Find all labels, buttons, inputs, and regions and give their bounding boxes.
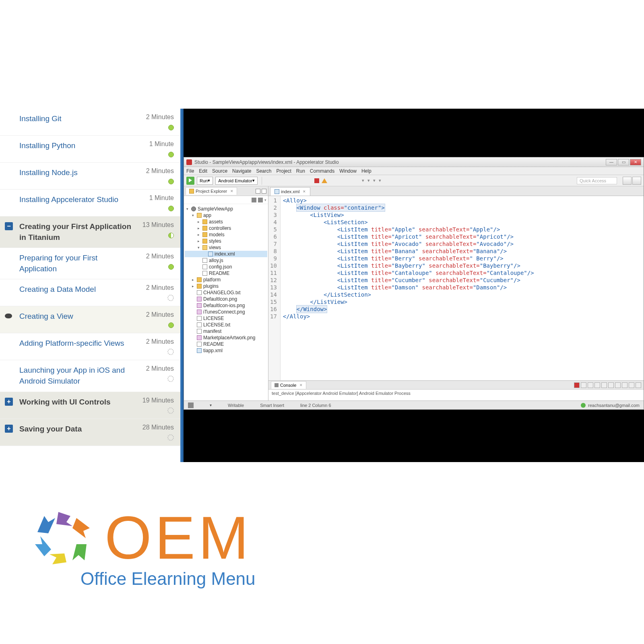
code-editor[interactable]: 1234567891011121314151617 <Alloy> <Windo… [268, 196, 644, 380]
expand-icon[interactable]: + [5, 425, 13, 433]
file-icon [202, 264, 207, 269]
menu-search[interactable]: Search [256, 168, 271, 174]
pin-console-icon[interactable] [608, 382, 614, 388]
menu-commands[interactable]: Commands [310, 168, 334, 174]
run-target-dropdown[interactable]: Android Emulator ▾ [215, 177, 258, 185]
menu-run[interactable]: Run [296, 168, 305, 174]
tree-item[interactable]: README [185, 270, 267, 277]
course-lesson[interactable]: Preparing for your First Application2 Mi… [0, 248, 180, 279]
minimize-panel-icon[interactable] [256, 189, 260, 194]
run-button[interactable] [186, 177, 194, 185]
perspective-button[interactable] [623, 177, 632, 185]
tree-item[interactable]: manifest [185, 328, 267, 334]
course-navigation-sidebar: Installing Git2 MinutesInstalling Python… [0, 109, 180, 462]
course-lesson[interactable]: Creating a View2 Minutes [0, 306, 180, 333]
tree-item[interactable]: config.json [185, 264, 267, 270]
minimize-icon[interactable] [629, 382, 634, 388]
tree-item[interactable]: ▾SampleViewApp [185, 206, 267, 212]
toolbar-dropdown-icon[interactable]: ▾ [367, 178, 370, 183]
arrows-circle-icon [28, 504, 97, 572]
maximize-icon[interactable] [636, 382, 641, 388]
perspective-button[interactable] [632, 177, 641, 185]
tree-item[interactable]: DefaultIcon-ios.png [185, 302, 267, 309]
stop-icon[interactable] [314, 178, 319, 183]
tree-item[interactable]: index.xml [185, 251, 267, 257]
scroll-lock-icon[interactable] [601, 382, 607, 388]
course-lesson[interactable]: Adding Platform-specific Views2 Minutes [0, 333, 180, 360]
lesson-title[interactable]: Saving your Data [19, 424, 134, 435]
console-tab[interactable]: Console ✕ [271, 381, 306, 389]
open-console-icon[interactable] [622, 382, 627, 388]
tree-item[interactable]: alloy.js [185, 257, 267, 264]
expand-icon[interactable]: + [5, 398, 13, 406]
toolbar-dropdown-icon[interactable]: ▾ [379, 178, 381, 183]
tree-item[interactable]: README [185, 341, 267, 347]
tree-item[interactable]: ▸platform [185, 277, 267, 283]
tree-item[interactable]: ▸assets [185, 219, 267, 225]
lesson-title[interactable]: Creating a View [19, 311, 134, 322]
link-editor-icon[interactable] [258, 198, 263, 202]
run-mode-dropdown[interactable]: Run ▾ [197, 177, 213, 185]
collapse-icon[interactable]: − [5, 222, 13, 230]
lesson-title[interactable]: Installing Python [19, 140, 134, 151]
remove-all-icon[interactable] [588, 382, 593, 388]
tree-item[interactable]: ▸controllers [185, 225, 267, 231]
course-lesson[interactable]: Installing Node.js2 Minutes [0, 163, 180, 190]
tree-item[interactable]: LICENSE.txt [185, 322, 267, 328]
menu-file[interactable]: File [186, 168, 194, 174]
project-explorer-tab[interactable]: Project Explorer ✕ [186, 187, 237, 195]
tree-item[interactable]: LICENSE [185, 315, 267, 322]
quick-access-input[interactable]: Quick Access [577, 177, 617, 184]
course-section[interactable]: +Saving your Data28 Minutes [0, 419, 180, 446]
lesson-title[interactable]: Installing Appcelerator Studio [19, 194, 134, 205]
course-section[interactable]: −Creating your First Application in Tita… [0, 217, 180, 248]
editor-tab-index-xml[interactable]: index.xml ✕ [270, 187, 310, 196]
tree-item[interactable]: ▾app [185, 212, 267, 219]
lesson-title[interactable]: Installing Node.js [19, 167, 134, 178]
course-lesson[interactable]: Installing Appcelerator Studio1 Minute [0, 190, 180, 217]
minimize-button[interactable]: — [606, 159, 617, 165]
maximize-panel-icon[interactable] [262, 189, 266, 194]
collapse-all-icon[interactable] [252, 198, 256, 202]
menu-window[interactable]: Window [339, 168, 357, 174]
lesson-title[interactable]: Creating your First Application in Titan… [19, 221, 134, 243]
warning-icon[interactable] [322, 178, 327, 183]
tree-item[interactable]: ▸styles [185, 238, 267, 244]
clear-console-icon[interactable] [594, 382, 600, 388]
menu-help[interactable]: Help [361, 168, 372, 174]
lesson-title[interactable]: Installing Git [19, 114, 134, 124]
course-lesson[interactable]: Installing Git2 Minutes [0, 109, 180, 136]
menu-source[interactable]: Source [212, 168, 227, 174]
menu-project[interactable]: Project [276, 168, 291, 174]
course-lesson[interactable]: Installing Python1 Minute [0, 136, 180, 163]
course-section[interactable]: +Working with UI Controls19 Minutes [0, 392, 180, 419]
tree-item[interactable]: DefaultIcon.png [185, 296, 267, 302]
display-selected-icon[interactable] [615, 382, 621, 388]
tree-item[interactable]: MarketplaceArtwork.png [185, 334, 267, 341]
tree-item[interactable]: tiapp.xml [185, 347, 267, 354]
course-lesson[interactable]: Creating a Data Model2 Minutes [0, 279, 180, 306]
lesson-title[interactable]: Adding Platform-specific Views [19, 338, 134, 349]
terminate-icon[interactable] [574, 382, 580, 388]
toolbar-dropdown-icon[interactable]: ▾ [373, 178, 376, 183]
remove-launch-icon[interactable] [581, 382, 586, 388]
lesson-duration: 2 Minutes [138, 311, 174, 318]
maximize-button[interactable]: ▭ [618, 159, 629, 165]
tree-item[interactable]: iTunesConnect.png [185, 309, 267, 315]
tree-item[interactable]: ▸plugins [185, 283, 267, 289]
close-button[interactable]: ✕ [630, 159, 641, 165]
toolbar-dropdown-icon[interactable]: ▾ [362, 178, 364, 183]
tree-item[interactable]: ▾views [185, 244, 267, 251]
lesson-title[interactable]: Creating a Data Model [19, 284, 134, 295]
tree-item[interactable]: CHANGELOG.txt [185, 289, 267, 296]
course-lesson[interactable]: Launching your App in iOS and Android Si… [0, 360, 180, 392]
lesson-title[interactable]: Preparing for your First Application [19, 253, 134, 274]
status-pending-icon [167, 349, 174, 355]
menu-edit[interactable]: Edit [199, 168, 207, 174]
tree-item[interactable]: ▸models [185, 231, 267, 238]
lesson-title[interactable]: Working with UI Controls [19, 397, 134, 408]
lesson-title[interactable]: Launching your App in iOS and Android Si… [19, 365, 134, 386]
menu-navigate[interactable]: Navigate [232, 168, 251, 174]
connection-status-icon [581, 403, 586, 408]
view-menu-icon[interactable]: ▾ [264, 198, 266, 202]
